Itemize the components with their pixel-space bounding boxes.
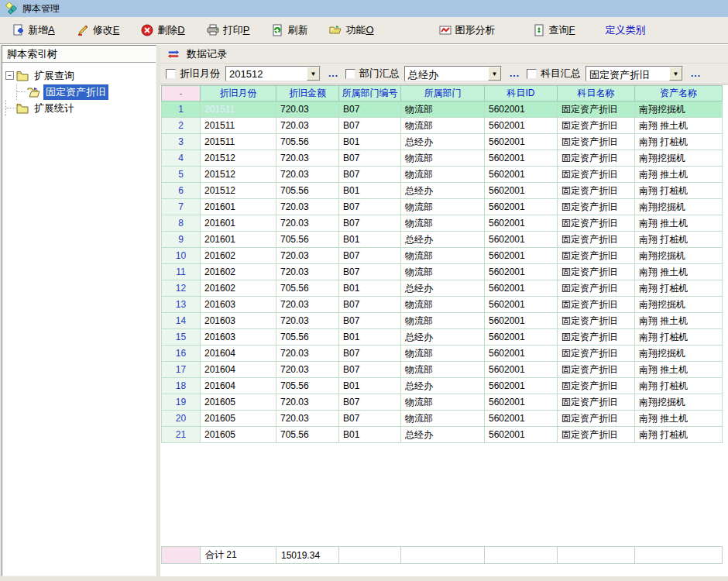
chevron-down-icon[interactable]: ▼ — [307, 67, 320, 81]
row-number-cell[interactable]: 13 — [162, 297, 201, 313]
data-cell[interactable]: 5602001 — [485, 313, 558, 329]
data-cell[interactable]: B01 — [339, 232, 401, 248]
data-cell[interactable]: 705.56 — [276, 134, 339, 150]
data-cell[interactable]: 固定资产折旧 — [558, 150, 635, 167]
data-cell[interactable]: 720.03 — [276, 346, 339, 362]
data-cell[interactable]: 南翔 推土机 — [635, 264, 723, 280]
data-cell[interactable]: 720.03 — [276, 313, 339, 329]
data-cell[interactable]: 705.56 — [276, 280, 339, 297]
data-cell[interactable]: 固定资产折旧 — [558, 378, 635, 394]
table-row[interactable]: 11201602720.03B07物流部5602001固定资产折旧南翔 推土机 — [162, 264, 723, 280]
tree-item-fixed-asset-depreciation[interactable]: 固定资产折旧 — [5, 84, 154, 100]
data-cell[interactable]: 总经办 — [401, 427, 485, 443]
row-number-cell[interactable]: 9 — [162, 232, 201, 248]
data-cell[interactable]: 201602 — [201, 280, 276, 297]
data-cell[interactable]: 南翔挖掘机 — [635, 346, 723, 362]
data-cell[interactable]: 固定资产折旧 — [558, 264, 635, 280]
table-row[interactable]: 9201601705.56B01总经办5602001固定资产折旧南翔 打桩机 — [162, 232, 723, 248]
row-number-cell[interactable]: 10 — [162, 248, 201, 264]
edit-button[interactable]: 修改E — [71, 19, 125, 41]
data-cell[interactable]: 5602001 — [485, 183, 558, 199]
data-cell[interactable]: 南翔 推土机 — [635, 313, 723, 329]
data-cell[interactable]: 固定资产折旧 — [558, 362, 635, 378]
data-cell[interactable]: 5602001 — [485, 167, 558, 183]
data-cell[interactable]: 201601 — [201, 199, 276, 215]
data-cell[interactable]: 201605 — [201, 394, 276, 411]
chevron-down-icon[interactable]: ▼ — [669, 67, 682, 81]
data-cell[interactable]: 固定资产折旧 — [558, 101, 635, 118]
data-cell[interactable]: 201604 — [201, 362, 276, 378]
data-cell[interactable]: 705.56 — [276, 232, 339, 248]
row-number-cell[interactable]: 7 — [162, 199, 201, 215]
subject-summary-checkbox[interactable] — [527, 69, 537, 79]
department-summary-checkbox[interactable] — [345, 69, 355, 79]
tree-item-extended-query[interactable]: − 扩展查询 — [5, 67, 154, 84]
data-cell[interactable]: 南翔挖掘机 — [635, 248, 723, 264]
data-cell[interactable]: 总经办 — [401, 183, 485, 199]
data-cell[interactable]: B01 — [339, 378, 401, 394]
column-header[interactable]: 资产名称 — [635, 86, 723, 101]
function-button[interactable]: 功能O — [324, 19, 379, 41]
data-cell[interactable]: 南翔挖掘机 — [635, 199, 723, 215]
data-cell[interactable]: 5602001 — [485, 248, 558, 264]
tree-item-label[interactable]: 扩展统计 — [32, 101, 77, 116]
row-number-cell[interactable]: 20 — [162, 411, 201, 427]
chart-analysis-button[interactable]: 图形分析 — [434, 19, 501, 41]
data-cell[interactable]: 南翔挖掘机 — [635, 394, 723, 411]
data-cell[interactable]: 720.03 — [276, 150, 339, 167]
data-cell[interactable]: 201511 — [201, 101, 276, 118]
data-cell[interactable]: B07 — [339, 118, 401, 134]
table-row[interactable]: 19201605720.03B07物流部5602001固定资产折旧南翔挖掘机 — [162, 394, 723, 411]
data-cell[interactable]: 720.03 — [276, 167, 339, 183]
chevron-down-icon[interactable]: ▼ — [488, 67, 501, 81]
data-cell[interactable]: 5602001 — [485, 394, 558, 411]
data-cell[interactable]: 201512 — [201, 150, 276, 167]
table-row[interactable]: 16201604720.03B07物流部5602001固定资产折旧南翔挖掘机 — [162, 346, 723, 362]
data-cell[interactable]: 固定资产折旧 — [558, 248, 635, 264]
table-row[interactable]: 7201601720.03B07物流部5602001固定资产折旧南翔挖掘机 — [162, 199, 723, 215]
data-cell[interactable]: 固定资产折旧 — [558, 232, 635, 248]
query-button[interactable]: 查询F — [527, 19, 581, 41]
data-cell[interactable]: 720.03 — [276, 411, 339, 427]
delete-button[interactable]: 删除D — [136, 19, 190, 41]
tree-item-label[interactable]: 扩展查询 — [32, 68, 77, 84]
data-cell[interactable]: 720.03 — [276, 394, 339, 411]
data-cell[interactable]: 201603 — [201, 313, 276, 329]
column-header[interactable]: 科目名称 — [558, 86, 635, 101]
row-number-cell[interactable]: 6 — [162, 183, 201, 199]
data-cell[interactable]: 201602 — [201, 248, 276, 264]
table-row[interactable]: 21201605705.56B01总经办5602001固定资产折旧南翔 打桩机 — [162, 427, 723, 443]
data-cell[interactable]: 720.03 — [276, 199, 339, 215]
data-cell[interactable]: 南翔挖掘机 — [635, 150, 723, 167]
table-row[interactable]: 18201604705.56B01总经办5602001固定资产折旧南翔 打桩机 — [162, 378, 723, 394]
row-number-cell[interactable]: 16 — [162, 346, 201, 362]
row-number-cell[interactable]: 5 — [162, 167, 201, 183]
data-cell[interactable]: 5602001 — [485, 101, 558, 118]
data-cell[interactable]: 南翔 打桩机 — [635, 134, 723, 150]
department-summary-more-button[interactable]: ... — [510, 68, 520, 79]
data-cell[interactable]: 固定资产折旧 — [558, 118, 635, 134]
data-cell[interactable]: 201511 — [201, 118, 276, 134]
table-row[interactable]: 3201511705.56B01总经办5602001固定资产折旧南翔 打桩机 — [162, 134, 723, 150]
row-number-cell[interactable]: 17 — [162, 362, 201, 378]
column-header[interactable]: 所属部门编号 — [339, 86, 401, 101]
data-cell[interactable]: 5602001 — [485, 346, 558, 362]
data-cell[interactable]: 5602001 — [485, 329, 558, 346]
data-cell[interactable]: 南翔 推土机 — [635, 215, 723, 232]
depreciation-month-more-button[interactable]: ... — [328, 68, 338, 79]
data-cell[interactable]: 201511 — [201, 134, 276, 150]
data-cell[interactable]: 720.03 — [276, 264, 339, 280]
table-row[interactable]: 5201512720.03B07物流部5602001固定资产折旧南翔 推土机 — [162, 167, 723, 183]
data-cell[interactable]: 物流部 — [401, 411, 485, 427]
depreciation-month-select[interactable]: 201512 ▼ — [225, 66, 321, 81]
data-cell[interactable]: 5602001 — [485, 411, 558, 427]
data-cell[interactable]: 南翔 打桩机 — [635, 427, 723, 443]
data-cell[interactable]: 201605 — [201, 427, 276, 443]
data-cell[interactable]: 705.56 — [276, 183, 339, 199]
table-row[interactable]: 14201603720.03B07物流部5602001固定资产折旧南翔 推土机 — [162, 313, 723, 329]
data-cell[interactable]: 固定资产折旧 — [558, 215, 635, 232]
data-cell[interactable]: B07 — [339, 362, 401, 378]
data-cell[interactable]: 5602001 — [485, 118, 558, 134]
data-cell[interactable]: 南翔 打桩机 — [635, 329, 723, 346]
data-cell[interactable]: 201604 — [201, 346, 276, 362]
